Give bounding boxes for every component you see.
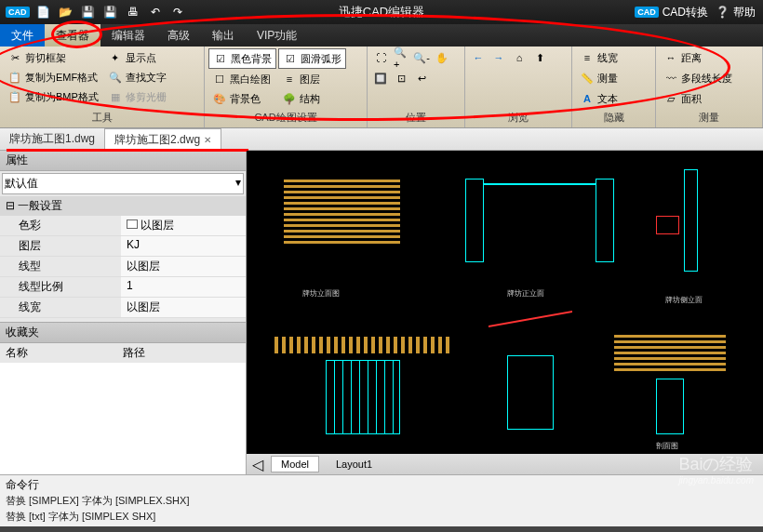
ribbon-group-tools: ✂剪切框架 📋复制为EMF格式 📋复制为BMP格式 ✦显示点 🔍查找文字 ▦修剪… <box>0 47 205 127</box>
print-icon[interactable]: 🖶 <box>125 4 141 20</box>
open-icon[interactable]: 📂 <box>58 4 74 20</box>
doc-tab-active[interactable]: 牌坊施工图2.dwg✕ <box>104 128 221 151</box>
checkbox-icon: ☑ <box>283 51 298 66</box>
property-row[interactable]: 图层KJ <box>0 236 246 257</box>
pan-icon[interactable]: ✋ <box>435 50 449 65</box>
fav-col-path[interactable]: 路径 <box>123 345 240 361</box>
help-label: 帮助 <box>733 5 756 20</box>
copy-emf-button[interactable]: 📋复制为EMF格式 <box>4 68 102 86</box>
nav-right-icon[interactable]: → <box>491 50 506 65</box>
dwg-side <box>647 169 740 290</box>
trim-icon: ▦ <box>108 89 123 104</box>
smooth-arc-button[interactable]: ☑圆滑弧形 <box>278 48 346 69</box>
checkbox-icon: ☑ <box>213 51 228 66</box>
property-row[interactable]: 线型以图层 <box>0 257 246 277</box>
linewidth-icon: ≡ <box>580 50 595 65</box>
app-title: 迅捷CAD编辑器 <box>339 4 424 20</box>
layout-tab[interactable]: Layout1 <box>327 457 382 472</box>
area-button[interactable]: ▱面积 <box>660 89 736 108</box>
property-row[interactable]: 色彩 以图层 <box>0 216 246 236</box>
point-icon: ✦ <box>108 50 123 65</box>
bmp-icon: 📋 <box>7 89 22 104</box>
properties-section-header[interactable]: ⊟ 一般设置 <box>0 196 246 216</box>
cut-frame-button[interactable]: ✂剪切框架 <box>4 48 102 67</box>
menu-output[interactable]: 输出 <box>201 24 246 47</box>
find-text-button[interactable]: 🔍查找文字 <box>104 68 170 86</box>
black-bg-button[interactable]: ☑黑色背景 <box>208 48 276 69</box>
property-row[interactable]: 线宽以图层 <box>0 298 246 318</box>
help-icon: ❔ <box>716 6 730 19</box>
favorites-columns: 名称 路径 <box>0 343 246 363</box>
title-right: CAD CAD转换 ❔ 帮助 <box>635 5 763 20</box>
menu-viewer[interactable]: 查看器 <box>45 24 100 47</box>
zoom-extent-icon[interactable]: ⊡ <box>394 71 408 86</box>
linewidth-button[interactable]: ≡线宽 <box>576 48 622 67</box>
help-button[interactable]: ❔ 帮助 <box>716 5 756 20</box>
redo-icon[interactable]: ↷ <box>169 4 186 20</box>
ribbon: ✂剪切框架 📋复制为EMF格式 📋复制为BMP格式 ✦显示点 🔍查找文字 ▦修剪… <box>0 47 763 128</box>
ribbon-group-label: 位置 <box>371 110 461 126</box>
drawing-canvas[interactable]: 牌坊立面图 牌坊正立面 牌坊侧立面 剖面图 <box>247 151 763 454</box>
zoom-window-icon[interactable]: 🔲 <box>373 71 388 86</box>
favorites-header: 收藏夹 <box>0 322 246 343</box>
copy-bmp-button[interactable]: 📋复制为BMP格式 <box>4 87 102 106</box>
zoom-prev-icon[interactable]: ↩ <box>414 71 429 86</box>
menu-vip[interactable]: VIP功能 <box>246 24 308 47</box>
menu-bar: 文件 查看器 编辑器 高级 输出 VIP功能 <box>0 24 763 47</box>
polyline-length-button[interactable]: 〰多段线长度 <box>660 69 736 87</box>
text-button[interactable]: A文本 <box>576 89 622 108</box>
search-icon: 🔍 <box>108 70 123 85</box>
bg-color-button[interactable]: 🎨背景色 <box>208 89 276 108</box>
ribbon-group-browse: ← → ⌂ ⬆ 浏览 <box>465 47 572 127</box>
cad-convert-label: CAD转换 <box>663 5 708 20</box>
tree-icon: 🌳 <box>282 91 297 106</box>
text-icon: A <box>580 91 595 106</box>
zoom-out-icon[interactable]: 🔍- <box>414 50 429 65</box>
nav-icon[interactable]: ◁ <box>252 456 263 473</box>
cad-convert-button[interactable]: CAD CAD转换 <box>635 5 708 20</box>
menu-advanced[interactable]: 高级 <box>156 24 201 47</box>
dwg-label: 牌坊立面图 <box>302 288 340 299</box>
command-line-panel: 命令行 替换 [SIMPLEX] 字体为 [SIMPLEX.SHX] 替换 [t… <box>0 474 763 526</box>
properties-header: 属性 <box>0 151 246 171</box>
dwg-outline <box>276 169 411 272</box>
layers-icon: ≡ <box>282 72 297 86</box>
nav-up-icon[interactable]: ⬆ <box>532 50 547 65</box>
properties-panel: 属性 默认值 ▾ ⊟ 一般设置 色彩 以图层 图层KJ 线型以图层 线型比例1 … <box>0 151 247 474</box>
ribbon-group-position: ⛶ 🔍+ 🔍- ✋ 🔲 ⊡ ↩ 位置 <box>368 47 465 127</box>
menu-editor[interactable]: 编辑器 <box>100 24 156 47</box>
properties-dropdown[interactable]: 默认值 ▾ <box>2 173 244 194</box>
ribbon-group-label: CAD绘图设置 <box>208 110 363 126</box>
layers-button[interactable]: ≡图层 <box>278 70 346 88</box>
save-icon[interactable]: 💾 <box>80 4 97 20</box>
undo-icon[interactable]: ↶ <box>147 4 164 20</box>
nav-home-icon[interactable]: ⌂ <box>512 50 527 65</box>
show-points-button[interactable]: ✦显示点 <box>104 48 170 67</box>
close-tab-icon[interactable]: ✕ <box>204 135 211 145</box>
new-icon[interactable]: 📄 <box>35 4 52 20</box>
favorites-list[interactable] <box>0 363 246 474</box>
measure-button[interactable]: 📏测量 <box>576 69 622 87</box>
bw-draw-button[interactable]: ☐黑白绘图 <box>208 70 276 88</box>
dwg-structure <box>456 169 623 281</box>
checkbox-empty-icon: ☐ <box>212 72 227 86</box>
doc-tab[interactable]: 牌坊施工图1.dwg <box>0 128 104 150</box>
dwg-label: 剖面图 <box>656 441 678 451</box>
ruler-icon: 📏 <box>580 71 595 86</box>
canvas-tabs: ◁ Model Layout1 <box>247 454 763 474</box>
command-output: 替换 [SIMPLEX] 字体为 [SIMPLEX.SHX] <box>6 493 757 509</box>
structure-button[interactable]: 🌳结构 <box>278 89 346 108</box>
zoom-fit-icon[interactable]: ⛶ <box>373 50 388 65</box>
saveas-icon[interactable]: 💾 <box>102 4 119 20</box>
nav-left-icon[interactable]: ← <box>471 50 486 65</box>
fav-col-name[interactable]: 名称 <box>6 345 123 361</box>
main-area: 属性 默认值 ▾ ⊟ 一般设置 色彩 以图层 图层KJ 线型以图层 线型比例1 … <box>0 151 763 474</box>
zoom-in-icon[interactable]: 🔍+ <box>394 50 408 65</box>
model-tab[interactable]: Model <box>271 456 319 472</box>
property-row[interactable]: 线型比例1 <box>0 277 246 298</box>
trim-raster-button[interactable]: ▦修剪光栅 <box>104 87 170 106</box>
polyline-icon: 〰 <box>663 71 678 86</box>
dwg-roof <box>470 313 591 444</box>
menu-file[interactable]: 文件 <box>0 24 45 47</box>
distance-button[interactable]: ↔距离 <box>660 48 736 67</box>
